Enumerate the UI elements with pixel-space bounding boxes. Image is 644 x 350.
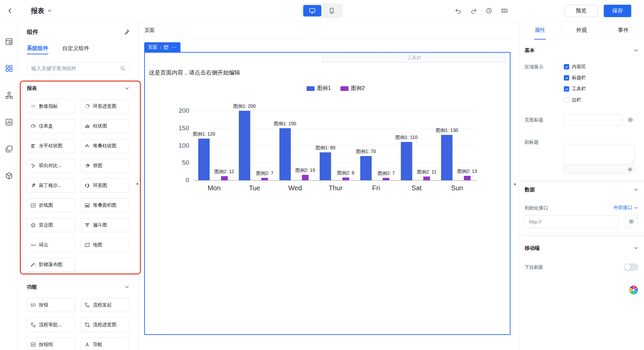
- bar-图例2-Thur[interactable]: [342, 178, 349, 180]
- component-漏斗图[interactable]: 漏斗图: [81, 218, 129, 232]
- component-label: 柱状图: [93, 123, 107, 129]
- resize-handle-icon[interactable]: [631, 160, 634, 163]
- component-流程审批...[interactable]: 流程审批...: [27, 318, 75, 332]
- frame-tab-more-icon[interactable]: ⋯: [171, 45, 177, 50]
- checkbox-row-标题栏[interactable]: 标题栏: [564, 73, 586, 82]
- undo-icon[interactable]: [454, 7, 462, 14]
- component-环形图[interactable]: 环形图: [81, 179, 129, 193]
- pull-refresh-toggle[interactable]: [624, 263, 639, 271]
- chart-box-icon[interactable]: [5, 118, 13, 126]
- component-堆叠面积图[interactable]: 堆叠面积图: [81, 198, 129, 212]
- bind-variable-gear-icon[interactable]: [627, 167, 633, 172]
- title-dropdown-icon[interactable]: [47, 8, 52, 13]
- component-折线图[interactable]: 折线图: [27, 198, 75, 212]
- bar-图例2-Fri[interactable]: [383, 178, 389, 180]
- component-堆叠柱状图[interactable]: 堆叠柱状图: [81, 139, 129, 153]
- checkbox-工具栏[interactable]: [564, 86, 569, 92]
- component-search-input[interactable]: [31, 65, 117, 71]
- tab-外观[interactable]: 外观: [561, 21, 602, 40]
- tab-事件[interactable]: 事件: [603, 21, 644, 40]
- frame-tab-widget-icon[interactable]: [164, 45, 168, 50]
- bar-图例2-Wed[interactable]: [302, 175, 309, 180]
- org-tree-icon[interactable]: [5, 91, 13, 99]
- legend-item-图例1[interactable]: 图例1: [307, 85, 331, 92]
- component-流程进度图[interactable]: 流程进度图: [81, 318, 129, 332]
- bind-variable-gear-icon[interactable]: [627, 117, 633, 123]
- checkbox-内容区[interactable]: [564, 64, 569, 69]
- bar-图例2-Sun[interactable]: [464, 176, 471, 180]
- search-icon[interactable]: [120, 66, 125, 71]
- chevron-down-icon[interactable]: [633, 245, 639, 251]
- history-icon[interactable]: [485, 7, 493, 14]
- funnel-chart-icon: [85, 222, 90, 228]
- save-button[interactable]: 保存: [604, 5, 631, 17]
- page-design-icon[interactable]: [5, 64, 13, 72]
- redo-icon[interactable]: [470, 7, 477, 14]
- component-地图[interactable]: 地图: [81, 238, 129, 252]
- component-水平柱状图[interactable]: 水平柱状图: [27, 139, 75, 153]
- preview-button[interactable]: 预览: [565, 5, 598, 17]
- tab-系统组件[interactable]: 系统组件: [27, 42, 48, 54]
- bar-图例2-Mon[interactable]: [221, 176, 228, 180]
- component-阶梯瀑布图[interactable]: 阶梯瀑布图: [27, 258, 75, 272]
- subtitle-textarea[interactable]: [564, 144, 635, 164]
- component-仪表盘[interactable]: 仪表盘: [27, 119, 75, 133]
- tab-属性[interactable]: 属性: [519, 21, 560, 40]
- chevron-down-icon[interactable]: [124, 86, 130, 91]
- package-cube-icon[interactable]: [5, 172, 13, 180]
- components-panel: 组件 系统组件自定义组件 报表4,931数值指标环形进度图仪表盘柱状图水平柱状图…: [18, 21, 139, 350]
- collapse-left-panel-handle[interactable]: [135, 181, 140, 187]
- bar-chart[interactable]: 图例1图例2 050100150200Mon图例1: 120图例2: 12Tue…: [145, 53, 510, 334]
- api-type-select[interactable]: 外部接口: [613, 205, 639, 211]
- pin-icon[interactable]: [123, 29, 130, 35]
- component-雷达图[interactable]: 雷达图: [27, 218, 75, 232]
- mobile-view-button[interactable]: [323, 5, 341, 16]
- checkbox-标题栏[interactable]: [564, 75, 569, 81]
- component-导航[interactable]: 导航: [81, 338, 129, 350]
- legend-label: 图例1: [317, 85, 331, 92]
- page-title-input[interactable]: [564, 114, 623, 126]
- component-南丁格尔...[interactable]: 南丁格尔...: [27, 179, 75, 193]
- checkbox-row-内容区[interactable]: 内容区: [564, 62, 586, 71]
- api-url-input[interactable]: [525, 215, 619, 228]
- y-axis-tick: 0: [165, 177, 189, 184]
- component-数值指标[interactable]: 4,931数值指标: [27, 99, 75, 113]
- form-design-icon[interactable]: [5, 38, 13, 46]
- page-frame[interactable]: 工具栏 这是页面内容，请点击右侧开始编辑 图例1图例2 050100150200…: [144, 52, 511, 335]
- component-按钮[interactable]: BTN按钮: [27, 298, 75, 312]
- section-mobile-header[interactable]: 移动端: [525, 241, 639, 255]
- pages-layers-icon[interactable]: [5, 145, 13, 153]
- page-frame-tab[interactable]: 页面 ⋯: [144, 42, 180, 52]
- bar-图例1-Fri[interactable]: [360, 156, 372, 180]
- tab-自定义组件[interactable]: 自定义组件: [62, 42, 89, 54]
- checkbox-row-工具栏[interactable]: 工具栏: [564, 85, 586, 93]
- section-header-报表[interactable]: 报表: [27, 83, 130, 93]
- component-柱状图[interactable]: 柱状图: [81, 119, 129, 133]
- brand-logo[interactable]: [627, 284, 640, 296]
- checkbox-边栏[interactable]: [564, 97, 569, 103]
- desktop-view-button[interactable]: [303, 5, 321, 16]
- checkbox-row-边栏[interactable]: 边栏: [564, 96, 586, 104]
- section-header-功能[interactable]: 功能: [27, 282, 130, 292]
- component-按钮组[interactable]: 按钮组: [27, 338, 75, 350]
- keyboard-icon[interactable]: [501, 7, 508, 14]
- back-button[interactable]: [6, 7, 14, 15]
- component-环形进度图[interactable]: 环形进度图: [81, 99, 129, 113]
- legend-item-图例2[interactable]: 图例2: [340, 85, 365, 92]
- section-basic-header[interactable]: 基本: [525, 44, 639, 57]
- bar-图例2-Tue[interactable]: [261, 178, 268, 180]
- collapse-right-panel-handle[interactable]: [513, 182, 518, 187]
- component-词云[interactable]: TEXT词云: [27, 238, 75, 252]
- bar-图例2-Sat[interactable]: [423, 177, 430, 180]
- bar-value-label: 图例1: 110: [386, 134, 427, 141]
- topbar: 报表 预览 保存: [0, 0, 644, 21]
- section-data-header[interactable]: 数据: [525, 184, 639, 196]
- component-流程发起[interactable]: 流程发起: [81, 298, 129, 312]
- y-axis-tick: 200: [165, 107, 189, 114]
- component-双向对比...[interactable]: 双向对比...: [27, 159, 75, 173]
- chevron-down-icon[interactable]: [633, 48, 639, 53]
- api-config-button[interactable]: [625, 215, 638, 228]
- chevron-down-icon[interactable]: [124, 284, 130, 290]
- component-饼图[interactable]: 饼图: [81, 159, 129, 173]
- chevron-down-icon[interactable]: [633, 187, 639, 192]
